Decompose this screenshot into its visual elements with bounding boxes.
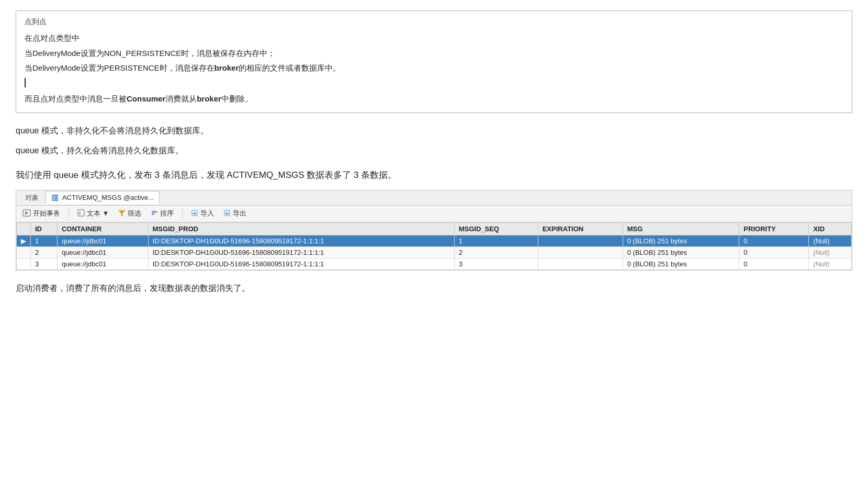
cell-msg: 0 (BLOB) 251 bytes	[623, 258, 739, 269]
tab-object[interactable]: 对象	[19, 190, 44, 205]
cell-msgid-seq: 2	[454, 246, 538, 258]
data-grid: ID CONTAINER MSGID_PROD MSGID_SEQ EXPIRA…	[16, 222, 852, 270]
col-msg: MSG	[623, 222, 739, 235]
sort-icon	[151, 209, 158, 218]
box-line-3: 当DeliveryMode设置为PERSISTENCE时，消息保存在broker…	[25, 61, 843, 76]
col-msgid-seq: MSGID_SEQ	[454, 222, 538, 235]
cell-msg: 0 (BLOB) 251 bytes	[623, 235, 739, 246]
sep-2	[182, 209, 183, 218]
table-row[interactable]: ▶1queue://jdbc01ID:DESKTOP-DH1G0UD-51696…	[17, 235, 852, 246]
db-table-wrapper: 对象 ACTIVEMQ_MSGS @active... 开始事务 T 文本 ▼	[16, 190, 852, 271]
col-id: ID	[31, 222, 58, 235]
col-indicator	[17, 222, 31, 235]
cell-msg: 0 (BLOB) 251 bytes	[623, 246, 739, 258]
col-container: CONTAINER	[57, 222, 148, 235]
text-label: 文本 ▼	[87, 209, 109, 218]
box-line-2: 当DeliveryMode设置为NON_PERSISTENCE时，消息被保存在内…	[25, 46, 843, 61]
tab-activemq-msgs[interactable]: ACTIVEMQ_MSGS @active...	[46, 191, 160, 205]
queue-text-block: queue 模式，非持久化不会将消息持久化到数据库。 queue 模式，持久化会…	[16, 122, 852, 159]
filter-btn[interactable]: 筛选	[116, 208, 143, 219]
cell-priority: 0	[739, 258, 809, 269]
highlight-line: 我们使用 queue 模式持久化，发布 3 条消息后，发现 ACTIVEMQ_M…	[16, 167, 852, 184]
table-icon	[51, 194, 59, 201]
row-indicator: ▶	[17, 235, 31, 246]
cell-container: queue://jdbc01	[57, 246, 148, 258]
queue-line-2: queue 模式，持久化会将消息持久化数据库。	[16, 142, 852, 159]
start-transaction-btn[interactable]: 开始事务	[20, 208, 62, 220]
cell-msgid-prod: ID:DESKTOP-DH1G0UD-51696-1580809519172-1…	[148, 246, 454, 258]
export-label: 导出	[233, 209, 246, 218]
cell-xid: (Null)	[809, 235, 852, 246]
bottom-text: 启动消费者，消费了所有的消息后，发现数据表的数据消失了。	[16, 280, 852, 297]
queue-line-1: queue 模式，非持久化不会将消息持久化到数据库。	[16, 122, 852, 139]
table-row[interactable]: 3queue://jdbc01ID:DESKTOP-DH1G0UD-51696-…	[17, 258, 852, 269]
cell-expiration	[538, 235, 623, 246]
cell-xid: (Null)	[809, 246, 852, 258]
cell-expiration	[538, 258, 623, 269]
cell-id: 2	[31, 246, 58, 258]
svg-text:T: T	[78, 211, 81, 216]
import-btn[interactable]: 导入	[189, 208, 216, 219]
cell-container: queue://jdbc01	[57, 258, 148, 269]
svg-marker-6	[25, 211, 28, 215]
cell-xid: (Null)	[809, 258, 852, 269]
box-line-1: 在点对点类型中	[25, 31, 843, 46]
db-tabs: 对象 ACTIVEMQ_MSGS @active...	[16, 190, 852, 206]
cell-expiration	[538, 246, 623, 258]
boxed-section: 点到点 在点对点类型中 当DeliveryMode设置为NON_PERSISTE…	[16, 10, 852, 113]
import-label: 导入	[200, 209, 214, 218]
sort-label: 排序	[160, 209, 174, 218]
box-line-4: 而且点对点类型中消息一旦被Consumer消费就从broker中删除。	[25, 92, 843, 107]
export-btn[interactable]: 导出	[221, 208, 249, 219]
svg-marker-17	[226, 212, 229, 215]
filter-icon	[118, 209, 126, 218]
cell-id: 1	[31, 235, 58, 246]
svg-marker-9	[119, 210, 125, 216]
start-transaction-icon	[22, 209, 31, 219]
cell-msgid-prod: ID:DESKTOP-DH1G0UD-51696-1580809519172-1…	[148, 235, 454, 246]
cell-msgid-seq: 1	[454, 235, 538, 246]
row-indicator	[17, 246, 31, 258]
text-icon: T	[77, 209, 85, 218]
col-xid: XID	[809, 222, 852, 235]
import-icon	[191, 209, 198, 218]
cell-msgid-seq: 3	[454, 258, 538, 269]
svg-marker-15	[193, 212, 196, 215]
cursor-caret	[25, 78, 26, 87]
start-transaction-label: 开始事务	[33, 209, 60, 218]
box-title: 点到点	[25, 17, 843, 27]
cell-id: 3	[31, 258, 58, 269]
col-expiration: EXPIRATION	[538, 222, 623, 235]
table-row[interactable]: 2queue://jdbc01ID:DESKTOP-DH1G0UD-51696-…	[17, 246, 852, 258]
filter-label: 筛选	[128, 209, 141, 218]
export-icon	[223, 209, 231, 218]
grid-header-row: ID CONTAINER MSGID_PROD MSGID_SEQ EXPIRA…	[17, 222, 852, 235]
sep-1	[69, 209, 69, 218]
cell-priority: 0	[739, 246, 809, 258]
sort-btn[interactable]: 排序	[149, 208, 176, 219]
cell-priority: 0	[739, 235, 809, 246]
cell-msgid-prod: ID:DESKTOP-DH1G0UD-51696-1580809519172-1…	[148, 258, 454, 269]
col-priority: PRIORITY	[739, 222, 809, 235]
text-btn[interactable]: T 文本 ▼	[75, 208, 111, 219]
cell-container: queue://jdbc01	[57, 235, 148, 246]
db-toolbar: 开始事务 T 文本 ▼ 筛选 排序 导入	[16, 206, 852, 222]
col-msgid-prod: MSGID_PROD	[148, 222, 454, 235]
row-indicator	[17, 258, 31, 269]
